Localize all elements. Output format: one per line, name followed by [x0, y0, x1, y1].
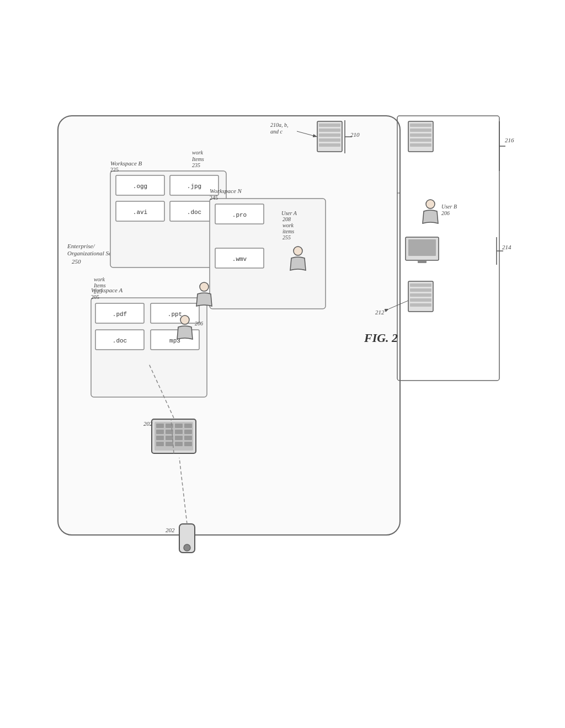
phone-lens — [184, 544, 190, 551]
server-ext-stripe-3 — [410, 133, 431, 137]
monitor-screen — [408, 239, 436, 256]
work-items-215-label2: Items — [93, 282, 106, 288]
fig-label: FIG. 2 — [364, 331, 398, 345]
workspace-a-label: Workspace A — [91, 287, 122, 293]
file-pdf — [95, 303, 144, 323]
user-a-workitems: work — [282, 222, 294, 228]
server-stripe-2 — [319, 129, 340, 132]
file-jpg-label: .jpg — [187, 183, 201, 190]
user-a-body — [290, 257, 306, 270]
ref-212: 212 — [375, 309, 385, 315]
server-ext-stripe-1 — [410, 124, 431, 127]
key10 — [166, 436, 173, 440]
server-212-s4 — [410, 298, 431, 302]
dashed-phone-line — [179, 458, 187, 524]
file-avi-label: .avi — [133, 209, 148, 216]
workspace-a-num: 205 — [91, 294, 99, 300]
ref-202-phone: 202 — [166, 527, 175, 533]
ext-boundary — [397, 116, 499, 381]
key9 — [156, 436, 164, 440]
server-ext-stripe-2 — [410, 129, 431, 132]
server-stripe-1 — [319, 124, 340, 127]
diagram-svg: Enterprise/ Organizational Setting 250 W… — [0, 0, 565, 728]
tablet-202 — [152, 419, 196, 453]
file-pro-label: .pro — [232, 212, 247, 218]
server-inside-ext — [408, 121, 433, 152]
enterprise-num: 250 — [72, 258, 81, 265]
server-stripe-5 — [319, 143, 340, 147]
file-wmv-label: .wmv — [232, 256, 247, 263]
workspace-b-box — [110, 171, 226, 267]
monitor-214 — [406, 237, 439, 260]
file-wmv — [215, 248, 264, 268]
file-doc-a-label: .doc — [113, 338, 127, 344]
key6 — [166, 430, 173, 434]
page-header — [0, 17, 565, 29]
key14 — [166, 442, 173, 446]
ref-214: 214 — [502, 244, 511, 250]
file-ppt — [151, 303, 199, 323]
file-pro — [215, 204, 264, 224]
file-ogg — [116, 175, 164, 195]
user-b-head — [426, 200, 435, 208]
workspace-n-num: 245 — [210, 195, 218, 201]
ref-216: 216 — [505, 137, 514, 143]
server-stripe-4 — [319, 138, 340, 142]
server-ext-stripe-4 — [410, 138, 431, 142]
key3 — [175, 424, 183, 428]
person1-head — [200, 282, 209, 291]
header-center-info — [281, 17, 285, 29]
person2-body — [177, 326, 193, 339]
file-doc-b-label: .doc — [187, 209, 201, 216]
server-212-s1 — [410, 283, 431, 287]
file-doc-b — [170, 201, 218, 221]
workspace-n-box — [210, 199, 326, 309]
key15 — [175, 442, 183, 446]
work-items-215-num: 215 — [94, 288, 102, 295]
workspace-b-label: Workspace B — [110, 160, 142, 167]
server-ext-stripe-5 — [410, 143, 431, 147]
work-items-235-label2: Items — [191, 156, 204, 162]
monitor-stand — [418, 260, 427, 263]
key16 — [184, 442, 192, 446]
key2 — [166, 424, 173, 428]
file-pdf-label: .pdf — [113, 311, 127, 318]
file-mp3 — [151, 330, 199, 350]
tablet-screen-202 — [154, 422, 193, 451]
key12 — [184, 436, 192, 440]
person2-head — [180, 315, 189, 324]
file-avi — [116, 201, 164, 221]
arrow-212 — [389, 301, 408, 309]
user-a-head — [294, 247, 302, 255]
key8 — [184, 430, 192, 434]
file-ogg-label: .ogg — [133, 183, 147, 190]
work-items-235-num: 235 — [192, 162, 200, 168]
arrow-210abc — [297, 131, 317, 137]
ann-210abc-2: and c — [270, 129, 283, 135]
user-b-body — [423, 210, 438, 223]
person1-body — [196, 293, 212, 306]
ann-210abc: 210a, b, — [270, 122, 289, 128]
dashed-tablet-line — [171, 419, 174, 453]
work-items-215-label: work — [94, 276, 105, 282]
enterprise-label: Enterprise/ — [67, 243, 95, 249]
file-jpg — [170, 175, 218, 195]
phone-202 — [179, 524, 195, 553]
workspace-a-box — [91, 298, 207, 397]
server-212-s5 — [410, 303, 431, 307]
server-212-s3 — [410, 293, 431, 297]
key7 — [175, 430, 183, 434]
ref-206: 206 — [195, 320, 203, 326]
server-210-body — [317, 121, 342, 152]
key4 — [184, 424, 192, 428]
key11 — [175, 436, 183, 440]
workspace-b-num: 225 — [110, 167, 119, 173]
server-212-s2 — [410, 288, 431, 292]
work-items-235-label: work — [192, 149, 204, 156]
user-a-num: 208 — [282, 216, 291, 222]
key13 — [156, 442, 164, 446]
file-doc-a — [95, 330, 144, 350]
workspace-n-label: Workspace N — [210, 188, 242, 194]
server-stripe-3 — [319, 133, 340, 137]
server-212 — [408, 281, 433, 312]
